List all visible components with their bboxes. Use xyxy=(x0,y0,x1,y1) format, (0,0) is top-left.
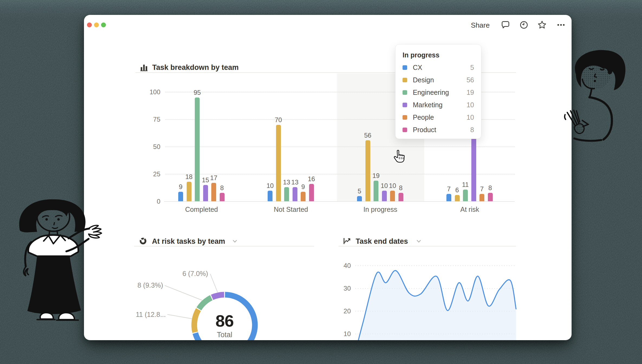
tooltip-row: Design56 xyxy=(403,74,474,86)
donut-chart-icon xyxy=(139,237,147,245)
y-tick-label: 75 xyxy=(144,116,160,123)
section-divider xyxy=(339,246,516,246)
donut-slice[interactable] xyxy=(212,295,224,297)
tooltip-series-label: Engineering xyxy=(413,89,466,96)
tooltip-row: Engineering19 xyxy=(403,86,474,99)
tooltip-series-value: 19 xyxy=(466,89,474,96)
bar-not-started-people[interactable] xyxy=(301,192,306,202)
bar-completed-engineering[interactable] xyxy=(195,98,200,202)
history-clock-icon[interactable] xyxy=(519,20,528,30)
y-tick-label: 50 xyxy=(144,143,160,151)
bar-at-risk-people[interactable] xyxy=(479,194,484,202)
minimize-window-button[interactable] xyxy=(94,22,99,27)
tooltip-row: Marketing10 xyxy=(403,99,474,111)
donut-chart-title: At risk tasks by team xyxy=(152,237,225,246)
bar-value-label: 16 xyxy=(303,175,320,183)
bar-value-label: 8 xyxy=(393,184,409,192)
bar-completed-marketing[interactable] xyxy=(203,185,208,202)
close-window-button[interactable] xyxy=(87,22,92,27)
series-color-swatch xyxy=(403,90,407,95)
bar-in-progress-people[interactable] xyxy=(390,191,395,202)
x-category-label: Completed xyxy=(174,206,229,213)
bar-at-risk-design[interactable] xyxy=(455,195,460,202)
bar-value-label: 8 xyxy=(214,184,230,192)
x-axis-line xyxy=(164,201,515,202)
comments-icon[interactable] xyxy=(501,20,510,30)
tooltip-series-value: 10 xyxy=(466,113,474,121)
chevron-down-icon[interactable] xyxy=(232,240,237,243)
series-color-swatch xyxy=(403,128,407,132)
gridline xyxy=(165,147,515,147)
bar-value-label: 95 xyxy=(189,89,205,96)
y-tick-label: 30 xyxy=(335,285,351,292)
desktop-background: Share Task breakdown by team 02550751009… xyxy=(0,0,642,364)
bar-in-progress-product[interactable] xyxy=(398,193,403,202)
y-tick-label: 40 xyxy=(335,262,351,269)
x-category-label: In progress xyxy=(353,206,407,213)
y-tick-label: 20 xyxy=(335,307,351,315)
bar-value-label: 17 xyxy=(206,174,222,182)
tooltip-series-value: 8 xyxy=(470,126,474,134)
tooltip-row: CX5 xyxy=(403,61,474,74)
tooltip-series-label: Design xyxy=(413,76,466,84)
donut-total-label: Total xyxy=(197,331,252,339)
app-window: Share Task breakdown by team 02550751009… xyxy=(84,15,572,340)
tooltip-rows: CX5Design56Engineering19Marketing10Peopl… xyxy=(403,61,474,136)
bar-chart-title: Task breakdown by team xyxy=(152,63,239,72)
donut-slice-label: 8 (9.3%) xyxy=(109,281,163,289)
bar-not-started-product[interactable] xyxy=(309,184,314,202)
line-area-fill xyxy=(356,271,516,340)
tooltip-row: Product8 xyxy=(403,123,474,136)
x-category-label: Not Started xyxy=(264,206,318,213)
bar-value-label: 8 xyxy=(482,184,498,192)
series-color-swatch xyxy=(403,65,407,70)
bar-in-progress-marketing[interactable] xyxy=(382,191,387,202)
bar-at-risk-engineering[interactable] xyxy=(463,190,468,202)
tooltip-row: People10 xyxy=(403,111,474,123)
tooltip-series-label: Marketing xyxy=(413,101,466,109)
line-chart-title: Task end dates xyxy=(356,237,408,246)
bar-not-started-engineering[interactable] xyxy=(284,187,289,202)
bar-value-label: 19 xyxy=(368,172,384,180)
bar-value-label: 70 xyxy=(270,116,287,124)
section-divider xyxy=(134,246,314,246)
tooltip-series-label: People xyxy=(413,113,466,121)
chevron-down-icon[interactable] xyxy=(416,240,421,243)
tooltip-title: In progress xyxy=(403,51,474,59)
donut-slice-label: 11 (12.8... xyxy=(112,311,166,318)
donut-slice-label: 6 (7.0%) xyxy=(154,270,208,278)
bar-chart-icon xyxy=(140,63,148,72)
bar-completed-design[interactable] xyxy=(187,182,192,202)
series-color-swatch xyxy=(403,103,407,107)
bar-completed-cx[interactable] xyxy=(178,192,183,202)
more-options-icon[interactable] xyxy=(556,20,566,30)
x-category-label: At risk xyxy=(443,206,497,213)
bar-in-progress-design[interactable] xyxy=(365,140,370,202)
chart-tooltip: In progress CX5Design56Engineering19Mark… xyxy=(395,44,481,139)
bar-completed-product[interactable] xyxy=(220,193,225,202)
bar-at-risk-product[interactable] xyxy=(488,193,493,202)
y-tick-label: 100 xyxy=(144,88,160,96)
y-tick-label: 25 xyxy=(144,170,160,178)
line-chart-plot xyxy=(352,259,517,340)
favorite-star-icon[interactable] xyxy=(537,20,547,30)
tooltip-series-label: CX xyxy=(413,64,470,72)
bar-at-risk-cx[interactable] xyxy=(446,194,451,202)
bar-not-started-design[interactable] xyxy=(276,125,281,202)
bar-not-started-cx[interactable] xyxy=(268,191,273,202)
series-color-swatch xyxy=(403,115,407,120)
tooltip-series-value: 56 xyxy=(466,76,474,84)
bar-in-progress-cx[interactable] xyxy=(357,196,362,202)
share-button[interactable]: Share xyxy=(465,21,495,30)
hand-pointer-cursor xyxy=(393,150,405,163)
tooltip-series-value: 5 xyxy=(470,64,474,72)
donut-total-value: 86 xyxy=(197,311,252,330)
y-tick-label: 0 xyxy=(144,198,160,205)
doodle-person-thinking xyxy=(563,47,627,144)
tooltip-series-value: 10 xyxy=(466,101,474,109)
tooltip-series-label: Product xyxy=(413,126,470,134)
zoom-window-button[interactable] xyxy=(101,22,106,27)
donut-slice[interactable] xyxy=(199,298,211,309)
y-tick-label: 10 xyxy=(335,330,351,338)
series-color-swatch xyxy=(403,78,407,82)
